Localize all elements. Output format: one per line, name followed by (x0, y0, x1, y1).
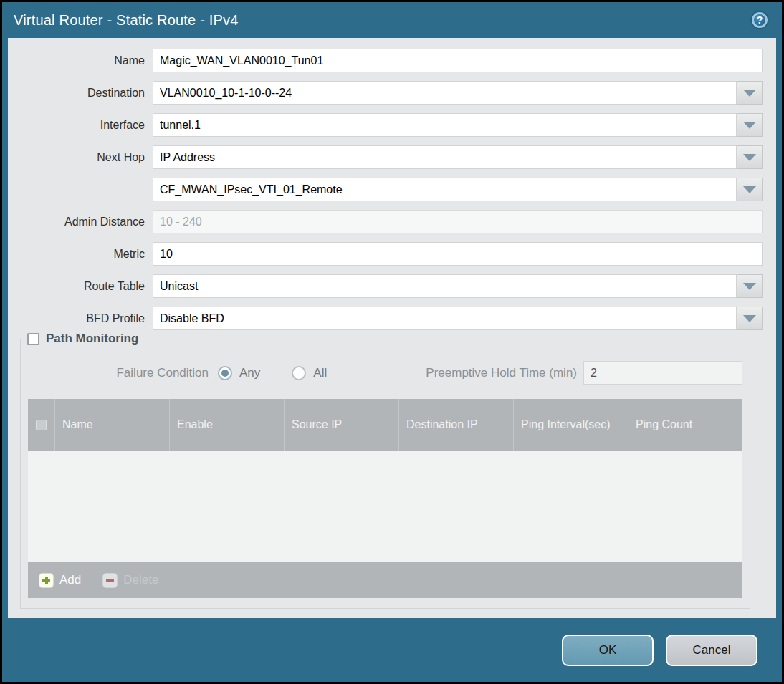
plus-icon (39, 573, 54, 588)
failure-condition-any-label: Any (239, 366, 260, 380)
table-toolbar: Add Delete (28, 562, 742, 598)
ok-button[interactable]: OK (562, 635, 654, 666)
next-hop-address-input[interactable] (153, 178, 737, 201)
dialog-title: Virtual Router - Static Route - IPv4 (14, 12, 239, 29)
table-header-destination-ip: Destination IP (398, 399, 513, 451)
form-row-next-hop: Next Hop (8, 145, 763, 169)
destination-label: Destination (8, 81, 153, 105)
chevron-down-icon (743, 122, 756, 129)
next-hop-address-dropdown-button[interactable] (737, 178, 763, 201)
admin-distance-label: Admin Distance (8, 210, 153, 233)
form-row-next-hop-address (8, 178, 763, 201)
form-row-route-table: Route Table (8, 274, 763, 298)
table-header-ping-count: Ping Count (628, 399, 742, 451)
table-header-select-all (28, 399, 54, 451)
interface-dropdown-button[interactable] (737, 113, 763, 137)
route-table-dropdown-button[interactable] (737, 274, 763, 298)
table-body-empty (28, 451, 742, 562)
next-hop-type-dropdown-button[interactable] (737, 145, 763, 169)
preemptive-hold-time-label: Preemptive Hold Time (min) (426, 366, 577, 380)
destination-dropdown-button[interactable] (737, 81, 763, 105)
bfd-profile-dropdown-button[interactable] (737, 307, 763, 330)
name-input[interactable] (153, 49, 763, 72)
route-table-label: Route Table (8, 274, 153, 298)
route-table-input[interactable] (153, 274, 737, 298)
path-monitoring-title: Path Monitoring (46, 332, 138, 346)
chevron-down-icon (743, 154, 756, 161)
form-row-metric: Metric (8, 242, 763, 266)
delete-button-label: Delete (123, 573, 158, 587)
failure-condition-radio-any[interactable] (218, 366, 232, 380)
metric-label: Metric (8, 242, 153, 266)
table-header-ping-interval: Ping Interval(sec) (513, 399, 628, 451)
table-header-source-ip: Source IP (284, 399, 398, 451)
select-all-checkbox[interactable] (36, 420, 47, 430)
bfd-profile-label: BFD Profile (8, 307, 153, 330)
next-hop-address-label-spacer (8, 178, 153, 201)
failure-condition-all-label: All (313, 366, 327, 380)
failure-condition-label: Failure Condition (28, 366, 209, 380)
path-monitoring-checkbox[interactable] (27, 333, 39, 345)
form-row-bfd-profile: BFD Profile (8, 307, 763, 330)
chevron-down-icon (743, 186, 756, 193)
chevron-down-icon (743, 315, 756, 322)
delete-button[interactable]: Delete (102, 573, 158, 588)
table-header-row: Name Enable Source IP Destination IP Pin… (28, 399, 742, 451)
minus-icon (102, 573, 118, 588)
path-monitoring-table: Name Enable Source IP Destination IP Pin… (28, 399, 742, 598)
add-button-label: Add (59, 573, 81, 587)
help-icon[interactable]: ? (752, 12, 768, 28)
dialog-titlebar: Virtual Router - Static Route - IPv4 ? (2, 2, 782, 38)
next-hop-label: Next Hop (8, 145, 153, 169)
chevron-down-icon (743, 283, 756, 290)
failure-condition-radio-all[interactable] (292, 366, 306, 380)
interface-input[interactable] (153, 113, 737, 137)
form-row-destination: Destination (8, 81, 763, 105)
dialog-body: Name Destination Interface (8, 38, 776, 618)
table-header-name: Name (54, 399, 169, 451)
table-header-enable: Enable (169, 399, 284, 451)
bfd-profile-input[interactable] (153, 307, 737, 330)
form-row-interface: Interface (8, 113, 763, 137)
cancel-button[interactable]: Cancel (666, 635, 757, 666)
admin-distance-input[interactable] (153, 210, 763, 233)
interface-label: Interface (8, 113, 153, 137)
add-button[interactable]: Add (39, 573, 81, 588)
dialog-frame: Virtual Router - Static Route - IPv4 ? N… (2, 2, 782, 682)
path-monitoring-section: Path Monitoring Failure Condition Any Al… (20, 339, 750, 609)
dialog-footer: OK Cancel (2, 618, 782, 682)
name-label: Name (8, 49, 153, 72)
destination-input[interactable] (153, 81, 737, 105)
form-row-name: Name (8, 49, 763, 72)
next-hop-type-input[interactable] (153, 145, 737, 169)
path-monitoring-legend: Path Monitoring (24, 332, 145, 346)
static-route-dialog: Virtual Router - Static Route - IPv4 ? N… (0, 0, 784, 684)
preemptive-hold-time-input[interactable] (583, 361, 742, 385)
failure-condition-row: Failure Condition Any All Preemptive Hol… (28, 361, 742, 385)
form-row-admin-distance: Admin Distance (8, 210, 763, 233)
chevron-down-icon (743, 90, 756, 97)
metric-input[interactable] (153, 242, 763, 266)
